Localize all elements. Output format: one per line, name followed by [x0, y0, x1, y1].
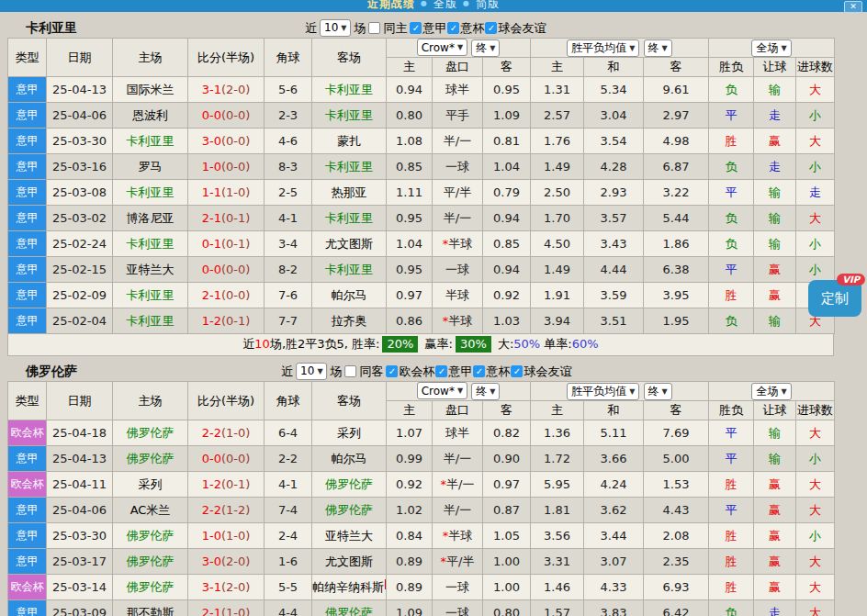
league-filter-item: ✓球会友谊	[485, 18, 546, 38]
league-badge: 意甲	[8, 129, 47, 154]
result-outcome: 平	[709, 446, 754, 472]
away-team[interactable]: 拉齐奥	[312, 308, 387, 334]
home-team[interactable]: 佛罗伦萨	[113, 549, 188, 575]
match-date: 25-02-24	[47, 231, 113, 257]
away-team[interactable]: 尤文图斯	[312, 549, 387, 575]
avg-draw: 3.57	[584, 206, 644, 231]
chevron-down-icon: ▼	[662, 44, 668, 52]
league-checkbox-label: 意甲	[422, 18, 446, 38]
league-filter-item: ✓意杯	[474, 362, 511, 381]
result-goals: 小	[796, 446, 835, 472]
home-team[interactable]: 卡利亚里	[113, 283, 188, 308]
odds-handicap: 半/一	[433, 498, 483, 523]
away-team[interactable]: 佛罗伦萨	[312, 600, 387, 616]
final-select[interactable]: 终▼	[471, 39, 500, 57]
away-team[interactable]: 蒙扎	[312, 129, 387, 154]
same-venue-label: 同主	[383, 18, 407, 38]
odds-away: 0.97	[483, 472, 531, 498]
away-team[interactable]: 采列	[312, 420, 387, 446]
away-team[interactable]: 卡利亚里	[312, 154, 387, 180]
league-checkbox[interactable]: ✓	[447, 22, 459, 34]
match-count-select[interactable]: 10▼	[296, 363, 327, 380]
topbar-segment[interactable]: 简版	[476, 0, 500, 10]
average-select[interactable]: 胜平负均值▼	[567, 383, 639, 400]
odds-away: 1.00	[483, 575, 531, 600]
final-select[interactable]: 终▼	[644, 383, 672, 400]
column-header-type: 类型	[8, 39, 47, 77]
bookmaker-select[interactable]: Crow*▼	[417, 382, 467, 399]
league-checkbox[interactable]: ✓	[410, 22, 422, 34]
result-goals: 小	[796, 154, 835, 180]
result-goals: 小	[796, 231, 835, 257]
column-header-type: 类型	[8, 382, 47, 420]
column-header-score: 比分(半场)	[188, 382, 265, 420]
avg-draw: 4.44	[584, 257, 644, 283]
match-score: 0-0(0-0)	[188, 446, 265, 472]
away-team[interactable]: 卡利亚里	[312, 257, 387, 283]
match-count-select[interactable]: 10▼	[320, 19, 351, 37]
away-team[interactable]: 帕纳辛纳科斯1	[312, 575, 387, 600]
result-handicap: 赢	[754, 575, 796, 600]
away-team[interactable]: 佛罗伦萨	[312, 498, 387, 523]
close-button[interactable]: ✕	[844, 1, 862, 13]
avg-away: 6.93	[644, 575, 709, 600]
same-venue-checkbox[interactable]	[368, 22, 380, 34]
away-team[interactable]: 帕尔马	[312, 283, 387, 308]
final-select[interactable]: 终▼	[471, 383, 500, 400]
league-checkbox[interactable]: ✓	[474, 365, 486, 377]
final-select[interactable]: 终▼	[644, 39, 672, 57]
home-team[interactable]: 恩波利	[113, 103, 188, 129]
home-team[interactable]: 佛罗伦萨	[113, 523, 188, 549]
home-team[interactable]: 卡利亚里	[113, 231, 188, 257]
result-outcome: 负	[709, 600, 754, 616]
away-team[interactable]: 帕尔马	[312, 446, 387, 472]
away-team[interactable]: 热那亚	[312, 180, 387, 206]
home-team[interactable]: 采列	[113, 472, 188, 498]
average-select[interactable]: 胜平负均值▼	[567, 39, 639, 57]
table-row: 意甲25-02-04卡利亚里1-2(0-1)7-7拉齐奥0.86*半球1.033…	[8, 308, 835, 334]
away-team[interactable]: 卡利亚里	[312, 103, 387, 129]
away-team[interactable]: 尤文图斯	[312, 231, 387, 257]
league-checkbox-label: 欧会杯	[400, 362, 435, 381]
home-team[interactable]: 佛罗伦萨	[113, 575, 188, 600]
result-handicap: 赢	[754, 498, 796, 523]
scope-select[interactable]: 全场▼	[751, 39, 791, 57]
topbar-segment[interactable]: 全版	[434, 0, 457, 10]
result-outcome: 胜	[709, 523, 754, 549]
avg-home: 1.76	[531, 129, 584, 154]
column-header-handicap: 盘口	[433, 58, 483, 77]
home-team[interactable]: 博洛尼亚	[113, 206, 188, 231]
home-team[interactable]: AC米兰	[113, 498, 188, 523]
home-team[interactable]: 卡利亚里	[113, 129, 188, 154]
home-team[interactable]: 佛罗伦萨	[113, 420, 188, 446]
home-team[interactable]: 国际米兰	[113, 77, 188, 103]
home-team[interactable]: 卡利亚里	[113, 180, 188, 206]
away-team[interactable]: 佛罗伦萨	[312, 472, 387, 498]
away-team[interactable]: 卡利亚里	[312, 206, 387, 231]
summary-segment: 近	[242, 337, 254, 351]
topbar: 近期战绩●全版●简版	[0, 0, 867, 12]
home-team[interactable]: 那不勒斯	[113, 600, 188, 616]
league-checkbox[interactable]: ✓	[512, 365, 524, 377]
avg-away: 1.86	[644, 231, 709, 257]
bookmaker-select[interactable]: Crow*▼	[417, 39, 467, 56]
odds-home: 0.97	[387, 283, 433, 308]
same-venue-checkbox[interactable]	[345, 365, 357, 377]
corner-score: 7-6	[265, 283, 312, 308]
customize-button[interactable]: 定制	[808, 280, 861, 317]
avg-draw: 3.51	[584, 308, 644, 334]
avg-away: 3.22	[644, 180, 709, 206]
home-team[interactable]: 佛罗伦萨	[113, 446, 188, 472]
away-team[interactable]: 卡利亚里	[312, 77, 387, 103]
result-outcome: 平	[709, 180, 754, 206]
league-checkbox[interactable]: ✓	[485, 22, 497, 34]
home-team[interactable]: 卡利亚里	[113, 308, 188, 334]
scope-select[interactable]: 全场▼	[751, 383, 791, 400]
away-team[interactable]: 亚特兰大	[312, 523, 387, 549]
home-team[interactable]: 亚特兰大	[113, 257, 188, 283]
result-outcome: 负	[709, 77, 754, 103]
league-checkbox[interactable]: ✓	[436, 365, 448, 377]
topbar-segment-active[interactable]: 近期战绩	[367, 0, 415, 10]
league-checkbox[interactable]: ✓	[387, 365, 399, 377]
home-team[interactable]: 罗马	[113, 154, 188, 180]
